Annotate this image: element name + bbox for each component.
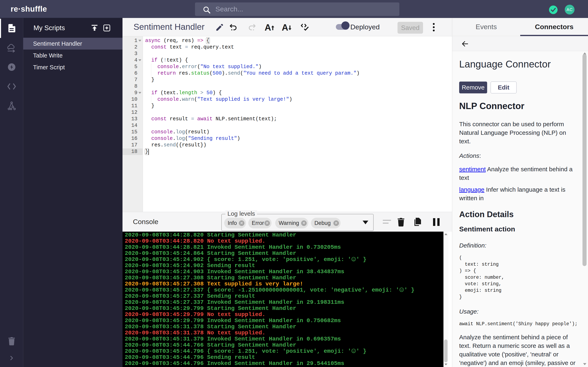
svg-text:A: A — [265, 23, 271, 32]
svg-text:A: A — [282, 23, 288, 32]
